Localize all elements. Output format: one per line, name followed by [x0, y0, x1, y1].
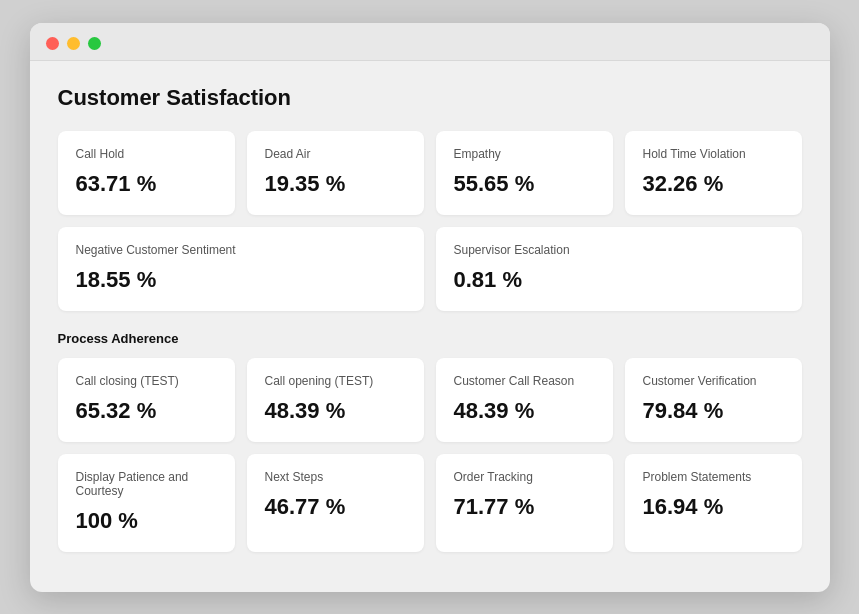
card-call-hold-label: Call Hold	[76, 147, 217, 161]
card-supervisor-escalation: Supervisor Escalation 0.81 %	[436, 227, 802, 311]
page-title: Customer Satisfaction	[58, 85, 802, 111]
satisfaction-row1: Call Hold 63.71 % Dead Air 19.35 % Empat…	[58, 131, 802, 215]
card-problem-statements-value: 16.94 %	[643, 494, 784, 520]
main-content: Customer Satisfaction Call Hold 63.71 % …	[30, 61, 830, 592]
card-call-hold-value: 63.71 %	[76, 171, 217, 197]
card-call-closing-value: 65.32 %	[76, 398, 217, 424]
satisfaction-row2: Negative Customer Sentiment 18.55 % Supe…	[58, 227, 802, 311]
process-adherence-row1: Call closing (TEST) 65.32 % Call opening…	[58, 358, 802, 442]
card-order-tracking-label: Order Tracking	[454, 470, 595, 484]
card-customer-verification-value: 79.84 %	[643, 398, 784, 424]
card-negative-sentiment-value: 18.55 %	[76, 267, 406, 293]
card-problem-statements-label: Problem Statements	[643, 470, 784, 484]
card-negative-sentiment-label: Negative Customer Sentiment	[76, 243, 406, 257]
card-empathy: Empathy 55.65 %	[436, 131, 613, 215]
close-button[interactable]	[46, 37, 59, 50]
card-negative-sentiment: Negative Customer Sentiment 18.55 %	[58, 227, 424, 311]
card-display-patience-label: Display Patience and Courtesy	[76, 470, 217, 498]
card-next-steps: Next Steps 46.77 %	[247, 454, 424, 552]
card-order-tracking: Order Tracking 71.77 %	[436, 454, 613, 552]
card-hold-time-violation: Hold Time Violation 32.26 %	[625, 131, 802, 215]
card-next-steps-label: Next Steps	[265, 470, 406, 484]
card-display-patience: Display Patience and Courtesy 100 %	[58, 454, 235, 552]
card-empathy-label: Empathy	[454, 147, 595, 161]
card-hold-time-violation-label: Hold Time Violation	[643, 147, 784, 161]
card-dead-air-label: Dead Air	[265, 147, 406, 161]
card-display-patience-value: 100 %	[76, 508, 217, 534]
card-call-opening-value: 48.39 %	[265, 398, 406, 424]
maximize-button[interactable]	[88, 37, 101, 50]
card-supervisor-escalation-label: Supervisor Escalation	[454, 243, 784, 257]
card-supervisor-escalation-value: 0.81 %	[454, 267, 784, 293]
card-customer-call-reason: Customer Call Reason 48.39 %	[436, 358, 613, 442]
card-call-opening: Call opening (TEST) 48.39 %	[247, 358, 424, 442]
card-next-steps-value: 46.77 %	[265, 494, 406, 520]
card-customer-verification-label: Customer Verification	[643, 374, 784, 388]
card-dead-air-value: 19.35 %	[265, 171, 406, 197]
process-adherence-row2: Display Patience and Courtesy 100 % Next…	[58, 454, 802, 552]
card-order-tracking-value: 71.77 %	[454, 494, 595, 520]
card-call-opening-label: Call opening (TEST)	[265, 374, 406, 388]
card-empathy-value: 55.65 %	[454, 171, 595, 197]
card-customer-call-reason-label: Customer Call Reason	[454, 374, 595, 388]
card-call-hold: Call Hold 63.71 %	[58, 131, 235, 215]
app-window: Customer Satisfaction Call Hold 63.71 % …	[30, 23, 830, 592]
card-problem-statements: Problem Statements 16.94 %	[625, 454, 802, 552]
card-hold-time-violation-value: 32.26 %	[643, 171, 784, 197]
card-call-closing-label: Call closing (TEST)	[76, 374, 217, 388]
card-customer-call-reason-value: 48.39 %	[454, 398, 595, 424]
card-customer-verification: Customer Verification 79.84 %	[625, 358, 802, 442]
card-dead-air: Dead Air 19.35 %	[247, 131, 424, 215]
minimize-button[interactable]	[67, 37, 80, 50]
process-adherence-label: Process Adherence	[58, 331, 802, 346]
titlebar	[30, 23, 830, 61]
card-call-closing: Call closing (TEST) 65.32 %	[58, 358, 235, 442]
